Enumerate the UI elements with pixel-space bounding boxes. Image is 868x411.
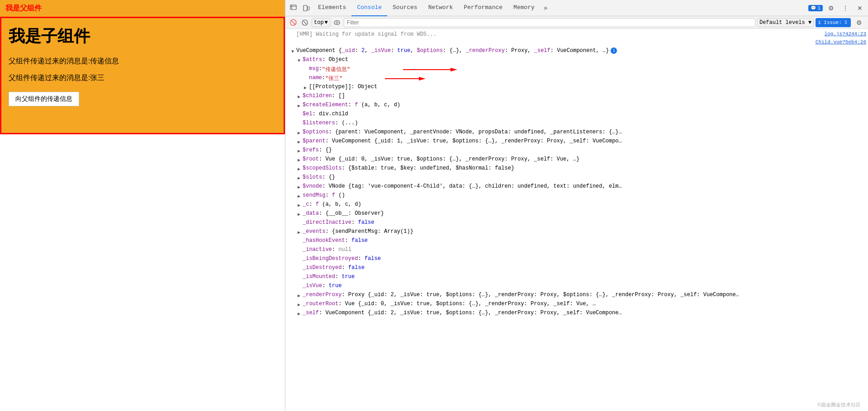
- top-context-selector[interactable]: top ▼: [312, 18, 330, 27]
- create-element-line[interactable]: $createElement: f (a, b, c, d): [285, 101, 868, 110]
- device-toolbar-icon[interactable]: [300, 2, 313, 14]
- child-link[interactable]: Child.vue?5eb4:26: [816, 39, 866, 45]
- parent-container: 我是子组件 父组件传递过来的消息是:传递信息 父组件传递过来的消息是:张三 向父…: [0, 17, 285, 134]
- router-root-toggle[interactable]: [296, 301, 302, 309]
- c-line[interactable]: _c: f (a, b, c, d): [285, 201, 868, 210]
- svg-point-7: [334, 20, 340, 24]
- console-toolbar: 🚫 top ▼ Default levels ▼ 1 Issue: 1 ⚙: [285, 16, 868, 29]
- data-toggle[interactable]: [296, 210, 302, 218]
- tab-memory[interactable]: Memory: [508, 0, 540, 16]
- name-arrow: [385, 74, 426, 83]
- root-toggle[interactable]: [296, 156, 302, 164]
- data-line[interactable]: _data: {__ob__: Observer}: [285, 210, 868, 219]
- options-line[interactable]: $options: {parent: VueComponent, _parent…: [285, 128, 868, 137]
- listeners-line: $listeners: (...): [285, 119, 868, 128]
- vnode-toggle[interactable]: [296, 183, 302, 191]
- svg-marker-12: [419, 77, 426, 80]
- name-toggle: [303, 75, 308, 83]
- refs-line[interactable]: $refs: {}: [285, 146, 868, 156]
- issues-badge[interactable]: 1 Issue: 1: [816, 18, 851, 27]
- children-line[interactable]: $children: []: [285, 92, 868, 101]
- attrs-toggle[interactable]: [296, 57, 302, 65]
- scoped-slots-toggle[interactable]: [296, 165, 302, 173]
- events-toggle[interactable]: [296, 228, 302, 236]
- eye-icon[interactable]: [332, 18, 342, 28]
- svg-rect-4: [308, 7, 309, 10]
- vue-component-toggle[interactable]: [290, 47, 295, 56]
- children-toggle[interactable]: [296, 93, 302, 101]
- more-options-icon[interactable]: ⋮: [839, 2, 852, 14]
- create-element-toggle[interactable]: [296, 102, 302, 110]
- prototype-line[interactable]: [[Prototype]]: Object: [285, 83, 868, 92]
- tab-more[interactable]: »: [540, 0, 551, 16]
- inactive-line: _inactive: null: [285, 246, 868, 255]
- slots-line[interactable]: $slots: {}: [285, 174, 868, 183]
- options-toggle[interactable]: [296, 129, 302, 137]
- has-hook-event-line: _hasHookEvent: false: [285, 237, 868, 246]
- direct-inactive-line: _directInactive: false: [285, 219, 868, 228]
- events-line[interactable]: _events: {sendParentMsg: Array(1)}: [285, 228, 868, 237]
- hmr-text: [HMR] Waiting for update signal from WDS…: [296, 31, 436, 38]
- root-line[interactable]: $root: Vue {_uid: 0, _isVue: true, $opti…: [285, 156, 868, 165]
- clear-console-icon[interactable]: 🚫: [288, 18, 298, 28]
- el-line: $el: div.child: [285, 110, 868, 119]
- prototype-toggle[interactable]: [303, 84, 308, 92]
- slots-toggle[interactable]: [296, 174, 302, 182]
- render-proxy-line[interactable]: _renderProxy: Proxy {_uid: 2, _isVue: tr…: [285, 291, 868, 300]
- settings-icon[interactable]: ⚙: [825, 2, 837, 14]
- name-line: name: "张三": [285, 74, 868, 83]
- svg-line-6: [304, 21, 306, 24]
- console-output[interactable]: [HMR] Waiting for update signal from WDS…: [285, 29, 868, 411]
- listeners-toggle: [296, 120, 302, 128]
- tab-sources[interactable]: Sources: [387, 0, 423, 16]
- msg-line: msg: "传递信息": [285, 65, 868, 74]
- watermark: ©掘金圈金技术社区: [816, 401, 863, 409]
- child-msg-1: 父组件传递过来的消息是:传递信息: [9, 57, 276, 66]
- render-proxy-toggle[interactable]: [296, 292, 302, 300]
- parent-toggle[interactable]: [296, 138, 302, 146]
- devtools-tabs: Elements Console Sources Network Perform…: [313, 0, 808, 16]
- info-icon[interactable]: i: [611, 47, 617, 54]
- self-toggle[interactable]: [296, 310, 302, 318]
- svg-point-8: [336, 22, 338, 24]
- child-title: 我是子组件: [9, 25, 276, 47]
- el-toggle: [296, 111, 302, 119]
- router-root-line[interactable]: _routerRoot: Vue {_uid: 0, _isVue: true,…: [285, 300, 868, 309]
- svg-marker-10: [451, 68, 457, 71]
- self-line[interactable]: _self: VueComponent {_uid: 2, _isVue: tr…: [285, 309, 868, 318]
- stop-icon[interactable]: [300, 18, 310, 28]
- refs-toggle[interactable]: [296, 147, 302, 155]
- tab-elements[interactable]: Elements: [313, 0, 351, 16]
- devtools-right-icons: 💬 1 ⚙ ⋮ ✕: [808, 2, 866, 14]
- devtools-topbar: Elements Console Sources Network Perform…: [285, 0, 868, 16]
- child-msg-2: 父组件传递过来的消息是:张三: [9, 73, 276, 83]
- scoped-slots-line[interactable]: $scopedSlots: {$stable: true, $key: unde…: [285, 165, 868, 174]
- svg-rect-0: [290, 5, 296, 9]
- parent-line[interactable]: $parent: VueComponent {_uid: 1, _isVue: …: [285, 137, 868, 146]
- tab-performance[interactable]: Performance: [458, 0, 508, 16]
- close-icon[interactable]: ✕: [854, 2, 866, 14]
- left-panel: 我是父组件 我是子组件 父组件传递过来的消息是:传递信息 父组件传递过来的消息是…: [0, 0, 285, 411]
- default-levels-selector[interactable]: Default levels ▼: [757, 18, 814, 27]
- is-mounted-line: _isMounted: true: [285, 273, 868, 282]
- console-settings-icon[interactable]: ⚙: [853, 16, 865, 29]
- send-msg-line[interactable]: sendMsg: f (): [285, 192, 868, 201]
- child-log-line: Child.vue?5eb4:26: [285, 39, 868, 47]
- hmr-log-line: [HMR] Waiting for update signal from WDS…: [285, 31, 868, 39]
- console-filter-input[interactable]: [344, 18, 755, 27]
- vnode-line[interactable]: $vnode: VNode {tag: 'vue-component-4-Chi…: [285, 183, 868, 192]
- send-button[interactable]: 向父组件的传递信息: [9, 92, 79, 106]
- parent-label: 我是父组件: [0, 0, 285, 17]
- hmr-link[interactable]: log.js?4244:23: [825, 31, 866, 37]
- c-toggle[interactable]: [296, 201, 302, 209]
- inspect-element-icon[interactable]: [287, 2, 300, 14]
- attrs-line[interactable]: $attrs: Object: [285, 56, 868, 65]
- notification-badge[interactable]: 💬 1: [808, 5, 823, 11]
- tab-console[interactable]: Console: [351, 0, 387, 16]
- tab-network[interactable]: Network: [423, 0, 459, 16]
- is-vue-line: _isVue: true: [285, 282, 868, 291]
- is-being-destroyed-line: _isBeingDestroyed: false: [285, 255, 868, 264]
- vue-component-line[interactable]: VueComponent {_uid: 2, _isVue: true, $op…: [285, 47, 868, 56]
- send-msg-toggle[interactable]: [296, 192, 302, 200]
- is-destroyed-line: _isDestroyed: false: [285, 264, 868, 273]
